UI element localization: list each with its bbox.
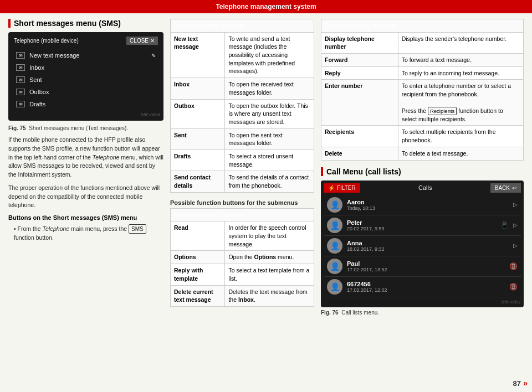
avatar: 👤 — [327, 259, 342, 274]
subheading-possible: Possible function buttons for the submen… — [170, 199, 314, 206]
table-row: Delete current text message Deletes the … — [171, 285, 314, 306]
call-info: 6672456 17.02.2017, 12:02 — [347, 281, 505, 293]
call-item-aaron[interactable]: 👤 Aaron Today, 10:13 ▷ — [324, 195, 521, 215]
sms-section-title: Short messages menu (SMS) — [8, 19, 163, 28]
fig76-caption: Fig. 76 Call lists menu. — [321, 310, 524, 316]
calls-label: Calls — [418, 184, 432, 191]
menu-item-inbox[interactable]: ✉ Inbox — [12, 61, 160, 74]
menu-item-sent[interactable]: ✉ Sent — [12, 74, 160, 86]
table-row: Read In order for the speech control sys… — [171, 221, 314, 251]
phone-header: Telephone (mobile device) CLOSE ✕ — [12, 35, 160, 46]
avatar: 👤 — [327, 238, 342, 254]
table-row: Send contact details To send the details… — [171, 171, 314, 192]
table-row: New text message To write and send a tex… — [171, 32, 314, 78]
play-icon: ▷ — [513, 202, 518, 208]
table-row: Forward To forward a text message. — [321, 54, 524, 67]
phone-ui: Telephone (mobile device) CLOSE ✕ ✉ New … — [8, 32, 163, 121]
table-row: Outbox To open the outbox folder. This i… — [171, 99, 314, 128]
call-item-6672456[interactable]: 👤 6672456 17.02.2017, 12:02 📵 — [324, 277, 521, 297]
call-info: Anna 18.02.2017, 9:32 — [347, 240, 509, 252]
fig75-caption: Fig. 75 Short messages menu (Text messag… — [8, 125, 163, 131]
right-column: Function button: function Display teleph… — [321, 19, 524, 384]
sms-inline-btn: SMS — [129, 224, 146, 234]
next-page-arrow[interactable]: » — [523, 379, 528, 388]
envelope-icon: ✉ — [16, 64, 25, 71]
left-column: Short messages menu (SMS) Telephone (mob… — [8, 19, 163, 384]
envelope-icon: ✉ — [16, 76, 25, 83]
envelope-icon: ✉ — [16, 101, 25, 107]
table-row: Enter number To enter a telephone number… — [321, 80, 524, 126]
menu-item-outbox[interactable]: ✉ Outbox — [12, 86, 160, 98]
middle-column: Function button: function New text messa… — [170, 19, 314, 384]
call-info: Aaron Today, 10:13 — [347, 199, 509, 211]
call-menu-ui: ⚡ FILTER Calls BACK ↩ 👤 Aaron Today, 10:… — [321, 180, 524, 307]
call-info: Paul 17.02.2017, 13:52 — [347, 260, 505, 272]
bullet-sms: From the Telephone main menu, press the … — [8, 224, 163, 243]
menu-item-drafts[interactable]: ✉ Drafts — [12, 98, 160, 110]
compose-icon: ✎ — [151, 53, 156, 59]
table3: Function button: function Display teleph… — [321, 19, 524, 161]
envelope-icon: ✉ — [16, 89, 25, 95]
filter-icon: ⚡ — [328, 185, 335, 191]
phone-icon: 📵 — [509, 283, 518, 291]
close-x-icon: ✕ — [150, 38, 155, 44]
phone-icon: 📱 — [500, 221, 509, 229]
page-header: Telephone management system — [0, 0, 532, 13]
table2: Function button: function Read In order … — [170, 208, 314, 307]
body-text-2: The proper operation of the functions me… — [8, 184, 163, 210]
table1: Function button: function New text messa… — [170, 19, 314, 193]
page-number: 87 — [513, 379, 521, 388]
table-row: Delete To delete a text message. — [321, 147, 524, 160]
body-text-1: If the mobile phone connected to the HFP… — [8, 136, 163, 179]
call-item-paul[interactable]: 👤 Paul 17.02.2017, 13:52 📵 — [324, 256, 521, 277]
back-arrow-icon: ↩ — [512, 185, 516, 191]
back-button[interactable]: BACK ↩ — [490, 183, 521, 193]
table1-header: Function button: function — [171, 19, 314, 33]
phone-icon: 📵 — [509, 262, 518, 270]
play-icon: ▷ — [513, 222, 518, 228]
table2-header: Function button: function — [171, 208, 314, 221]
table-row: Drafts To select a stored unsent message… — [171, 149, 314, 171]
menu-item-new-text[interactable]: ✉ New text message ✎ — [12, 49, 160, 61]
table-row: Sent To open the sent text messages fold… — [171, 128, 314, 149]
table-row: Display telephone number Displays the se… — [321, 32, 524, 53]
call-item-peter[interactable]: 👤 Peter 20.02.2017, 9:59 📱 ▷ — [324, 215, 521, 236]
phone-footer-code: B5F-0896 — [12, 112, 160, 117]
call-menu-header: ⚡ FILTER Calls BACK ↩ — [324, 183, 521, 193]
table3-header: Function button: function — [321, 19, 524, 33]
call-menu-footer-code: B5F-0897 — [324, 300, 521, 305]
call-menu-section-title: Call Menu (call lists) — [321, 167, 524, 176]
play-icon: ▷ — [513, 243, 518, 249]
table-row: Reply with template To select a text tem… — [171, 264, 314, 285]
avatar: 👤 — [327, 197, 342, 213]
table-row: Inbox To open the received text messages… — [171, 78, 314, 99]
table-row: Reply To reply to an incoming text messa… — [321, 66, 524, 80]
avatar: 👤 — [327, 279, 342, 295]
subsection-sms-buttons: Buttons on the Short messages (SMS) menu — [8, 214, 163, 221]
table-row: Options Open the Options menu. — [171, 251, 314, 264]
recipients-inline-btn: Recipients — [428, 107, 457, 115]
avatar: 👤 — [327, 218, 342, 233]
close-button[interactable]: CLOSE ✕ — [126, 37, 158, 45]
call-info: Peter 20.02.2017, 9:59 — [347, 219, 496, 231]
envelope-icon: ✉ — [16, 52, 25, 59]
table-row: Recipients To select multiple recipients… — [321, 126, 524, 147]
filter-button[interactable]: ⚡ FILTER — [324, 183, 360, 193]
call-item-anna[interactable]: 👤 Anna 18.02.2017, 9:32 ▷ — [324, 236, 521, 256]
